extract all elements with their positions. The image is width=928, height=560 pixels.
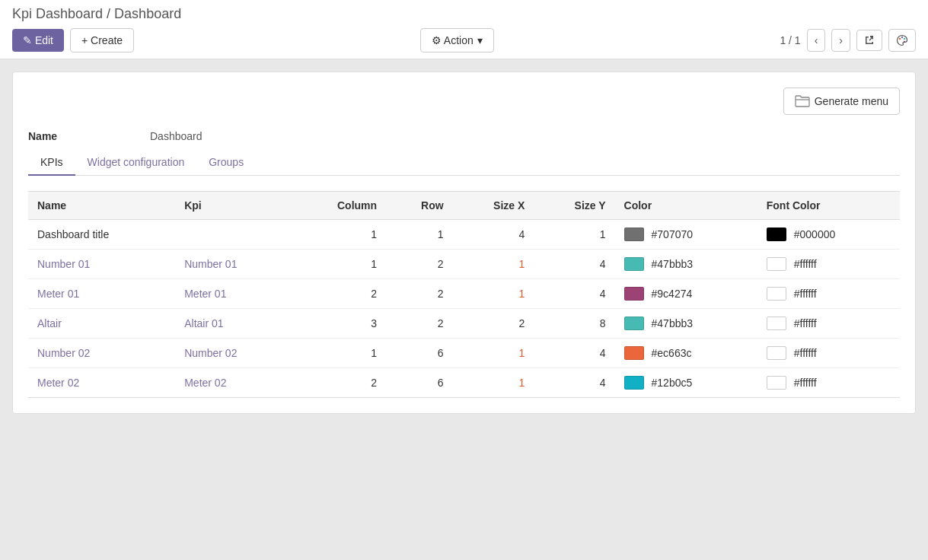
cell-row: 2 bbox=[386, 279, 453, 309]
tab-groups[interactable]: Groups bbox=[196, 150, 256, 176]
cell-kpi: Number 01 bbox=[175, 250, 291, 279]
external-link-icon bbox=[864, 35, 875, 46]
form-card: Generate menu Name Dashboard KPIs Widget… bbox=[12, 72, 916, 414]
col-header-kpi: Kpi bbox=[175, 192, 291, 220]
cell-color: #47bbb3 bbox=[615, 309, 757, 339]
kpi-link[interactable]: Number 01 bbox=[184, 258, 237, 270]
action-dropdown-icon: ▾ bbox=[477, 34, 483, 46]
font-color-hex: #ffffff bbox=[794, 258, 817, 270]
cell-color: #ec663c bbox=[615, 339, 757, 368]
cell-column: 3 bbox=[292, 309, 386, 339]
tab-kpis[interactable]: KPIs bbox=[28, 150, 75, 176]
generate-menu-label: Generate menu bbox=[815, 95, 888, 107]
font-color-hex: #ffffff bbox=[794, 288, 817, 300]
table-row: Number 01 Number 01 1 2 1 4 #47bbb3 #fff… bbox=[28, 250, 900, 279]
font-color-swatch[interactable] bbox=[767, 376, 786, 390]
tab-widget-configuration[interactable]: Widget configuration bbox=[75, 150, 197, 176]
svg-point-1 bbox=[901, 37, 903, 38]
table-row: Dashboard title 1 1 4 1 #707070 #000000 bbox=[28, 220, 900, 250]
name-link[interactable]: Meter 01 bbox=[37, 288, 79, 300]
cell-row: 2 bbox=[386, 250, 453, 279]
col-header-font-color: Font Color bbox=[757, 192, 900, 220]
name-link[interactable]: Number 01 bbox=[37, 258, 90, 270]
font-color-swatch[interactable] bbox=[767, 317, 786, 330]
cell-name: Altair bbox=[28, 309, 175, 339]
kpi-link[interactable]: Altair 01 bbox=[184, 317, 223, 329]
breadcrumb-part-1[interactable]: Kpi Dashboard bbox=[12, 6, 103, 21]
breadcrumb-part-2[interactable]: Dashboard bbox=[114, 6, 181, 21]
external-link-button[interactable] bbox=[856, 30, 882, 51]
generate-menu-row: Generate menu bbox=[28, 88, 900, 115]
font-color-hex: #ffffff bbox=[794, 377, 817, 389]
font-color-swatch[interactable] bbox=[767, 346, 786, 360]
top-bar: Kpi Dashboard / Dashboard ✎ Edit + Creat… bbox=[0, 0, 928, 59]
name-link[interactable]: Number 02 bbox=[37, 347, 90, 359]
col-header-row: Row bbox=[386, 192, 453, 220]
cell-color: #47bbb3 bbox=[615, 250, 757, 279]
color-hex: #ec663c bbox=[652, 347, 692, 359]
breadcrumb-separator: / bbox=[107, 6, 114, 21]
name-link[interactable]: Meter 02 bbox=[37, 377, 79, 389]
color-hex: #707070 bbox=[652, 228, 694, 240]
edit-button[interactable]: ✎ Edit bbox=[12, 29, 64, 52]
create-button[interactable]: + Create bbox=[70, 28, 134, 52]
kpi-link[interactable]: Number 02 bbox=[184, 347, 237, 359]
palette-icon bbox=[896, 34, 908, 46]
svg-point-2 bbox=[904, 38, 905, 40]
generate-menu-button[interactable]: Generate menu bbox=[783, 88, 900, 115]
cell-name: Number 01 bbox=[28, 250, 175, 279]
cell-kpi: Altair 01 bbox=[175, 309, 291, 339]
table-header-row: Name Kpi Column Row Size X Size Y Color … bbox=[28, 192, 900, 220]
color-swatch[interactable] bbox=[624, 317, 644, 330]
cell-size-y: 4 bbox=[534, 279, 614, 309]
table-row: Meter 01 Meter 01 2 2 1 4 #9c4274 #fffff… bbox=[28, 279, 900, 309]
folder-icon bbox=[795, 94, 810, 108]
cell-size-y: 1 bbox=[534, 220, 614, 250]
cell-color: #9c4274 bbox=[615, 279, 757, 309]
svg-point-0 bbox=[899, 38, 901, 40]
cell-size-y: 4 bbox=[534, 339, 614, 368]
action-button[interactable]: ⚙ Action ▾ bbox=[420, 28, 494, 52]
cell-column: 1 bbox=[292, 220, 386, 250]
color-hex: #9c4274 bbox=[652, 288, 693, 300]
main-content: Generate menu Name Dashboard KPIs Widget… bbox=[0, 59, 928, 426]
color-hex: #12b0c5 bbox=[652, 377, 693, 389]
cell-font-color: #ffffff bbox=[757, 250, 900, 279]
pagination-next-button[interactable]: › bbox=[831, 29, 850, 52]
color-swatch[interactable] bbox=[624, 376, 644, 390]
color-swatch[interactable] bbox=[624, 346, 644, 360]
cell-size-y: 8 bbox=[534, 309, 614, 339]
kpi-link[interactable]: Meter 02 bbox=[184, 377, 226, 389]
cell-column: 2 bbox=[292, 279, 386, 309]
cell-size-x: 1 bbox=[453, 368, 534, 398]
col-header-size-x: Size X bbox=[453, 192, 534, 220]
name-value: Dashboard bbox=[150, 130, 203, 142]
cell-row: 1 bbox=[386, 220, 453, 250]
font-color-hex: #ffffff bbox=[794, 347, 817, 359]
cell-name: Dashboard title bbox=[28, 220, 175, 250]
cell-color: #12b0c5 bbox=[615, 368, 757, 398]
col-header-size-y: Size Y bbox=[534, 192, 614, 220]
tabs: KPIs Widget configuration Groups bbox=[28, 150, 900, 176]
cell-kpi: Meter 01 bbox=[175, 279, 291, 309]
toolbar-right: 1 / 1 ‹ › bbox=[780, 29, 916, 52]
pagination-prev-button[interactable]: ‹ bbox=[807, 29, 826, 52]
cell-size-x: 2 bbox=[453, 309, 534, 339]
color-swatch[interactable] bbox=[624, 228, 644, 241]
color-swatch[interactable] bbox=[624, 257, 644, 271]
font-color-swatch[interactable] bbox=[767, 257, 786, 271]
font-color-swatch[interactable] bbox=[767, 287, 786, 301]
cell-font-color: #ffffff bbox=[757, 368, 900, 398]
cell-size-y: 4 bbox=[534, 250, 614, 279]
cell-size-x: 4 bbox=[453, 220, 534, 250]
color-swatch[interactable] bbox=[624, 287, 644, 301]
cell-name: Meter 02 bbox=[28, 368, 175, 398]
cell-font-color: #ffffff bbox=[757, 309, 900, 339]
name-link[interactable]: Altair bbox=[37, 317, 62, 329]
name-label: Name bbox=[28, 130, 150, 142]
cell-column: 2 bbox=[292, 368, 386, 398]
font-color-swatch[interactable] bbox=[767, 228, 786, 241]
col-header-name: Name bbox=[28, 192, 175, 220]
kpi-link[interactable]: Meter 01 bbox=[184, 288, 226, 300]
palette-button[interactable] bbox=[888, 29, 916, 52]
